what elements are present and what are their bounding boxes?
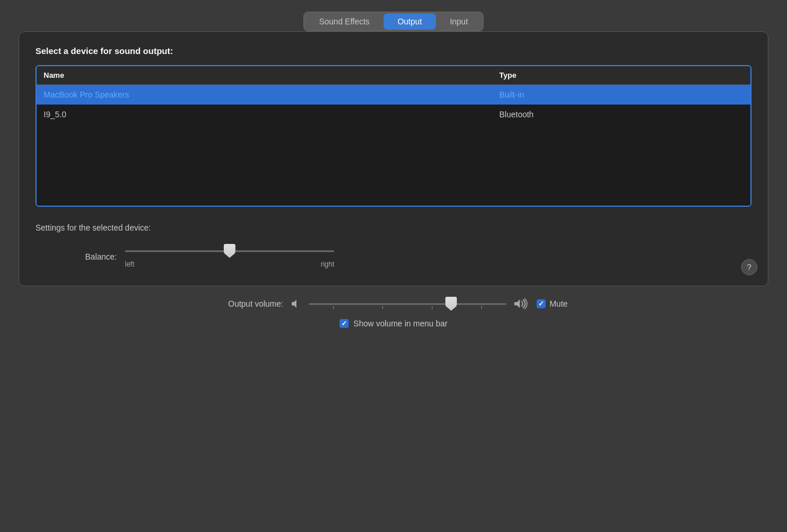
- table-body: MacBook Pro Speakers Built-in I9_5.0 Blu…: [37, 85, 750, 206]
- balance-slider-labels: left right: [125, 260, 334, 268]
- table-header: Name Type: [37, 66, 750, 85]
- section-title: Select a device for sound output:: [35, 46, 752, 56]
- volume-tick-marks: [309, 306, 506, 309]
- balance-label: Balance:: [70, 252, 117, 261]
- mute-checkbox[interactable]: [536, 299, 546, 308]
- svg-marker-1: [514, 300, 520, 308]
- row-macbook-type: Built-in: [499, 90, 743, 99]
- settings-label: Settings for the selected device:: [35, 223, 752, 232]
- show-volume-checkbox[interactable]: [339, 319, 349, 328]
- volume-slider-container[interactable]: [309, 297, 506, 311]
- row-bluetooth-type: Bluetooth: [499, 110, 743, 119]
- mute-area: Mute: [536, 299, 567, 308]
- balance-row: Balance: left right: [35, 245, 752, 268]
- tab-sound-effects[interactable]: Sound Effects: [305, 13, 384, 30]
- balance-slider-container: left right: [125, 245, 334, 268]
- device-table: Name Type MacBook Pro Speakers Built-in …: [35, 65, 752, 207]
- balance-right-label: right: [321, 260, 334, 268]
- col-header-type: Type: [499, 71, 743, 80]
- main-panel: Select a device for sound output: Name T…: [19, 31, 768, 286]
- help-button[interactable]: ?: [741, 259, 757, 275]
- balance-slider-track[interactable]: [125, 245, 334, 257]
- tick-4: [481, 306, 482, 309]
- tick-3: [432, 306, 432, 309]
- balance-left-label: left: [125, 260, 134, 268]
- tab-bar: Sound Effects Output Input: [303, 12, 484, 31]
- volume-slider-bg: [309, 303, 506, 305]
- tick-2: [382, 306, 383, 309]
- bottom-bar: Output volume:: [19, 286, 768, 334]
- svg-marker-0: [292, 300, 296, 308]
- menubar-row: Show volume in menu bar: [339, 319, 448, 328]
- table-empty-area: [37, 124, 750, 206]
- tick-1: [333, 306, 334, 309]
- table-row[interactable]: MacBook Pro Speakers Built-in: [37, 85, 750, 105]
- volume-row: Output volume:: [219, 297, 567, 311]
- mute-label: Mute: [549, 299, 567, 308]
- col-header-name: Name: [44, 71, 499, 80]
- tab-input[interactable]: Input: [436, 13, 482, 30]
- balance-slider-thumb[interactable]: [224, 244, 235, 258]
- output-volume-label: Output volume:: [219, 299, 283, 308]
- speaker-high-icon: [513, 298, 530, 310]
- show-volume-label: Show volume in menu bar: [353, 319, 448, 328]
- tab-output[interactable]: Output: [384, 13, 436, 30]
- table-row[interactable]: I9_5.0 Bluetooth: [37, 105, 750, 124]
- speaker-low-icon: [290, 298, 302, 310]
- row-bluetooth-name: I9_5.0: [44, 110, 499, 119]
- row-macbook-name: MacBook Pro Speakers: [44, 90, 499, 99]
- balance-slider-bg: [125, 250, 334, 252]
